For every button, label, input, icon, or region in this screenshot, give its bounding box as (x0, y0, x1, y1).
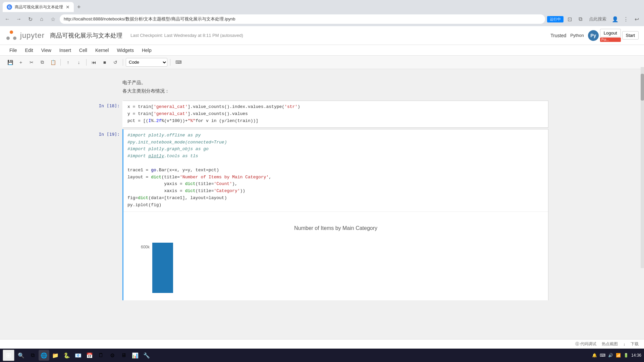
home-button[interactable]: ⌂ (37, 14, 46, 24)
svg-point-2 (13, 37, 16, 40)
refresh-button[interactable]: ↻ (25, 14, 35, 24)
scrollbar[interactable] (641, 67, 644, 268)
status-download-arrow[interactable]: ↓ (623, 342, 625, 347)
code-line-blank (127, 160, 544, 167)
taskbar-settings[interactable]: ⚙ (107, 350, 118, 361)
chart-title: Number of Items by Main Category (141, 225, 531, 231)
taskbar-calendar[interactable]: 📅 (84, 350, 95, 361)
taskbar-network[interactable]: 📶 (616, 353, 621, 358)
menu-widgets[interactable]: Widgets (113, 46, 138, 54)
cut-cell-button[interactable]: ✂ (27, 58, 36, 67)
taskbar-browser[interactable]: 🌐 (39, 350, 49, 361)
code-line-iplot: py.iplot(fig) (127, 202, 544, 209)
toolbar: 💾 + ✂ ⧉ 📋 ↑ ↓ ⏮ ■ ↺ Code Markdown Raw NB… (0, 56, 644, 69)
cell-19-code[interactable]: #import plotly.offline as py #py.init_no… (123, 129, 548, 212)
move-cell-up-button[interactable]: ↑ (63, 58, 73, 67)
cell-19-label: In [19]: (96, 129, 122, 300)
code-line-trace: trace1 = go.Bar(x=x, y=y, text=pct) (127, 167, 544, 174)
code-line-c1: #import plotly.offline as py (127, 132, 544, 139)
status-bar: ⓪ 代码调试 热点截图 ↓ 下载 (0, 339, 644, 349)
cell-18: In [18]: x = train['general_cat'].value_… (96, 101, 548, 127)
tab-close-button[interactable]: ✕ (66, 4, 70, 10)
taskbar-mail[interactable]: 📧 (73, 350, 84, 361)
menu-insert[interactable]: Insert (55, 46, 75, 54)
taskbar-extra1[interactable]: 📊 (130, 350, 141, 361)
search-ext-button[interactable]: 点此搜索 (586, 15, 609, 23)
taskbar: ⊞ 🔍 ⧉ 🌐 📁 🐍 📧 📅 🗒 ⚙ 🖥 📊 🔧 🔔 ⌨ 🔊 📶 🔋 14:3… (0, 349, 644, 362)
taskbar-extra2[interactable]: 🔧 (141, 350, 152, 361)
chart-body: 600k (141, 239, 531, 293)
stop-button[interactable]: ■ (100, 58, 109, 67)
forward-button[interactable]: → (14, 14, 23, 24)
taskbar-explorer[interactable]: 📁 (50, 350, 61, 361)
code-line-2: y = train['general_cat'].value_counts().… (127, 111, 544, 118)
new-tab-button[interactable]: + (75, 4, 83, 11)
menu-file[interactable]: File (5, 46, 21, 54)
taskbar-volume[interactable]: 🔊 (608, 353, 613, 358)
history-back-button[interactable]: ↩ (632, 14, 641, 24)
code-line-1: x = train['general_cat'].value_counts().… (127, 104, 544, 111)
save-button[interactable]: 💾 (5, 58, 15, 67)
notebook-area[interactable]: 电子产品。 各大主类别分布情况： In [18]: x = train['gen… (0, 69, 644, 300)
back-button[interactable]: ← (3, 14, 12, 24)
taskbar-notification[interactable]: 🔔 (592, 353, 597, 358)
chart-area: Number of Items by Main Category 600k (127, 215, 544, 298)
status-download[interactable]: 下载 (631, 341, 639, 347)
menu-edit[interactable]: Edit (21, 46, 37, 54)
paste-cell-button[interactable]: 📋 (48, 58, 58, 67)
checkpoint-info: Last Checkpoint: Last Wednesday at 8:11 … (130, 33, 243, 38)
run-previous-button[interactable]: ⏮ (89, 58, 99, 67)
insert-cell-below-button[interactable]: + (16, 58, 25, 67)
toolbar-separator-3 (123, 59, 123, 66)
menu-kernel[interactable]: Kernel (91, 46, 113, 54)
settings-button[interactable]: ⋮ (621, 14, 631, 24)
user-button[interactable]: 👤 (610, 14, 620, 24)
taskbar-python[interactable]: 🐍 (61, 350, 72, 361)
taskbar-monitor[interactable]: 🖥 (118, 350, 129, 361)
url-input[interactable] (60, 14, 545, 24)
menu-cell[interactable]: Cell (75, 46, 91, 54)
jupyter-logo: jupyter (5, 29, 45, 42)
cell-18-content[interactable]: x = train['general_cat'].value_counts().… (122, 101, 548, 127)
active-tab[interactable]: G 商品可视化展示与文本处理 ✕ (3, 2, 74, 12)
cell-19-output: Number of Items by Main Category 600k (123, 212, 548, 300)
taskbar-task-view[interactable]: ⧉ (27, 350, 38, 361)
text-content: 电子产品。 各大主类别分布情况： (122, 76, 548, 98)
keyboard-shortcuts-button[interactable]: ⌨ (173, 58, 184, 67)
copy-cell-button[interactable]: ⧉ (38, 58, 47, 67)
restart-button[interactable]: ↺ (111, 58, 120, 67)
logout-button[interactable]: Logout (600, 29, 621, 37)
code-line-layout2: yaxis = dict(title='Count'), (127, 181, 544, 188)
status-debug[interactable]: ⓪ 代码调试 (575, 341, 596, 347)
status-screenshot[interactable]: 热点截图 (602, 341, 618, 347)
taskbar-keyboard[interactable]: ⌨ (600, 353, 605, 358)
scrollbar-thumb[interactable] (641, 74, 644, 101)
taskbar-notes[interactable]: 🗒 (96, 350, 106, 361)
start-button[interactable]: Start (622, 31, 639, 40)
bar-chart (152, 239, 173, 293)
running-badge: 运行中 (547, 16, 564, 22)
notebook-title[interactable]: 商品可视化展示与文本处理 (50, 32, 122, 40)
y-label-600k: 600k (141, 245, 150, 249)
y-axis: 600k (141, 239, 152, 293)
move-cell-down-button[interactable]: ↓ (74, 58, 84, 67)
cast-button[interactable]: ⊡ (565, 14, 574, 24)
cell-type-select[interactable]: Code Markdown Raw NBConvert (126, 58, 167, 67)
bar-rect-1 (152, 243, 173, 293)
taskbar-battery[interactable]: 🔋 (624, 353, 629, 358)
taskbar-start-button[interactable]: ⊞ (3, 350, 14, 361)
extension-area: 运行中 ⊡ ⧉ 点此搜索 👤 ⋮ ↩ (547, 14, 641, 24)
code-line-layout1: layout = dict(title='Number of Items by … (127, 174, 544, 181)
code-line-fig: fig=dict(data=[trace1], layout=layout) (127, 195, 544, 202)
extension-button[interactable]: ⧉ (576, 14, 585, 24)
menu-view[interactable]: View (37, 46, 55, 54)
menu-help[interactable]: Help (138, 46, 156, 54)
cell-18-label: In [18]: (96, 101, 122, 127)
svg-point-1 (6, 37, 10, 40)
cell-19-content[interactable]: #import plotly.offline as py #py.init_no… (122, 129, 548, 300)
taskbar-search[interactable]: 🔍 (16, 350, 26, 361)
cell-18-code[interactable]: x = train['general_cat'].value_counts().… (123, 101, 548, 127)
tab-bar: G 商品可视化展示与文本处理 ✕ + (0, 0, 644, 12)
taskbar-time: 14:36 (631, 353, 641, 358)
bookmark-button[interactable]: ☆ (48, 14, 58, 24)
